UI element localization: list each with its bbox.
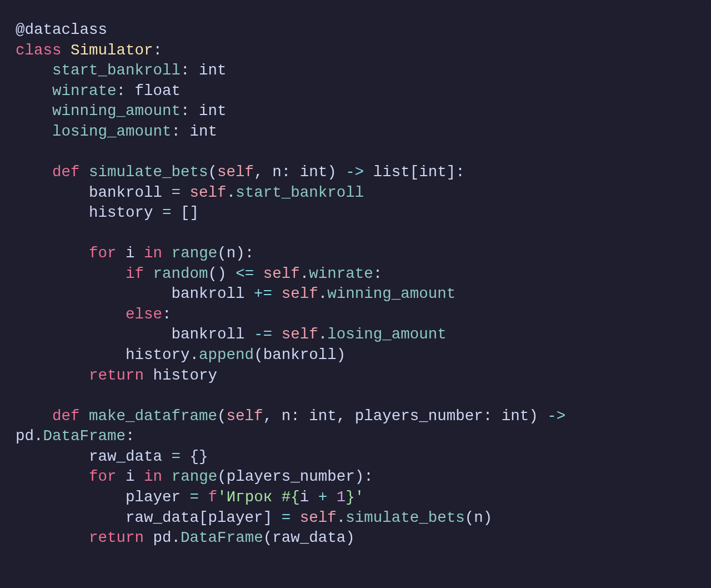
code-line: losing_amount: int: [16, 123, 217, 140]
keyword-def: def: [52, 163, 80, 181]
field-name: losing_amount: [52, 123, 172, 140]
keyword-in: in: [144, 245, 162, 262]
call-simulate-bets: simulate_bets: [346, 509, 465, 526]
keyword-return: return: [89, 367, 144, 384]
arg-raw-data: raw_data: [272, 529, 346, 546]
self: self: [190, 184, 227, 201]
rparen: ): [217, 265, 227, 282]
self: self: [282, 326, 318, 343]
keyword-def: def: [52, 407, 80, 425]
type-int: int: [502, 407, 529, 425]
self: self: [282, 285, 318, 302]
code-line: history = []: [16, 204, 199, 221]
colon: :: [162, 306, 172, 323]
op-assign: =: [282, 509, 291, 526]
call-random: random: [153, 265, 208, 282]
string-quote: ': [217, 489, 227, 506]
ns-pd: pd: [153, 529, 172, 546]
empty-dict: {}: [190, 448, 208, 465]
keyword-for: for: [89, 245, 117, 262]
var-i: i: [126, 245, 135, 262]
code-line: bankroll += self.winning_amount: [16, 285, 455, 302]
code-line: bankroll = self.start_bankroll: [16, 184, 364, 201]
self: self: [263, 265, 300, 282]
code-block: @dataclass class Simulator: start_bankro…: [0, 0, 711, 588]
keyword-in: in: [144, 468, 162, 485]
code-line: else:: [16, 306, 172, 323]
colon: :: [455, 163, 465, 181]
op-assign: =: [190, 489, 199, 506]
op-assign: =: [172, 184, 181, 201]
var-bankroll: bankroll: [172, 285, 245, 302]
dot: .: [34, 427, 43, 445]
comma: ,: [263, 407, 282, 425]
rparen: ): [337, 346, 346, 363]
blank-line: [16, 387, 25, 404]
var-history: history: [126, 346, 190, 363]
class-name: Simulator: [71, 42, 153, 59]
dot: .: [300, 265, 309, 282]
op-assign: =: [162, 204, 172, 221]
lparen: (: [263, 529, 273, 546]
colon: :: [483, 407, 493, 425]
number-1: 1: [337, 489, 346, 506]
type-int: int: [309, 407, 337, 425]
code-line: for i in range(players_number):: [16, 468, 373, 485]
lbrack: [: [199, 509, 208, 526]
keyword-else: else: [126, 306, 162, 323]
var-bankroll: bankroll: [172, 326, 245, 343]
attr: losing_amount: [327, 326, 447, 343]
var-bankroll: bankroll: [89, 184, 162, 201]
op-assign: =: [172, 448, 181, 465]
keyword-return: return: [89, 529, 144, 546]
rparen: ): [346, 529, 355, 546]
keyword-if: if: [126, 265, 144, 282]
type-float: float: [135, 82, 181, 99]
colon: :: [373, 265, 383, 282]
call-append: append: [199, 346, 254, 363]
param-players-number: players_number: [355, 407, 483, 425]
type-int: int: [199, 102, 227, 119]
lparen: (: [217, 245, 227, 262]
code-line: winning_amount: int: [16, 102, 227, 119]
lparen: (: [217, 407, 227, 425]
colon: :: [245, 245, 254, 262]
op-pluseq: +=: [254, 285, 272, 302]
lparen: (: [465, 509, 474, 526]
arg-bankroll: bankroll: [263, 346, 337, 363]
field-name: winning_amount: [52, 102, 181, 119]
lparen: (: [208, 163, 218, 181]
call-range: range: [172, 245, 218, 262]
rparen: ): [327, 163, 337, 181]
param-self: self: [227, 407, 263, 425]
colon: :: [126, 427, 135, 445]
code-line: return history: [16, 367, 217, 384]
arg-n: n: [227, 245, 236, 262]
param-n: n: [282, 407, 291, 425]
rparen: ): [529, 407, 538, 425]
dot: .: [227, 184, 236, 201]
rparen: ): [355, 468, 364, 485]
arg-players-number: players_number: [227, 468, 355, 485]
type-dataframe: DataFrame: [43, 427, 126, 445]
blank-line: [16, 143, 25, 160]
expr-i: i: [300, 489, 309, 506]
arg-n: n: [474, 509, 483, 526]
self: self: [300, 509, 337, 526]
comma: ,: [337, 407, 355, 425]
colon: :: [181, 62, 190, 79]
arrow: ->: [346, 163, 364, 181]
rparen: ): [483, 509, 493, 526]
key-player: player: [208, 509, 263, 526]
string-brace: {: [291, 489, 300, 506]
type-int: int: [190, 123, 218, 140]
comma: ,: [254, 163, 272, 181]
param-self: self: [217, 163, 254, 181]
code-line: return pd.DataFrame(raw_data): [16, 529, 355, 546]
colon: :: [117, 82, 126, 99]
code-line: history.append(bankroll): [16, 346, 346, 363]
var-raw-data: raw_data: [89, 448, 162, 465]
colon: :: [364, 468, 373, 485]
attr: winning_amount: [327, 285, 455, 302]
code-line: pd.DataFrame:: [16, 427, 135, 445]
